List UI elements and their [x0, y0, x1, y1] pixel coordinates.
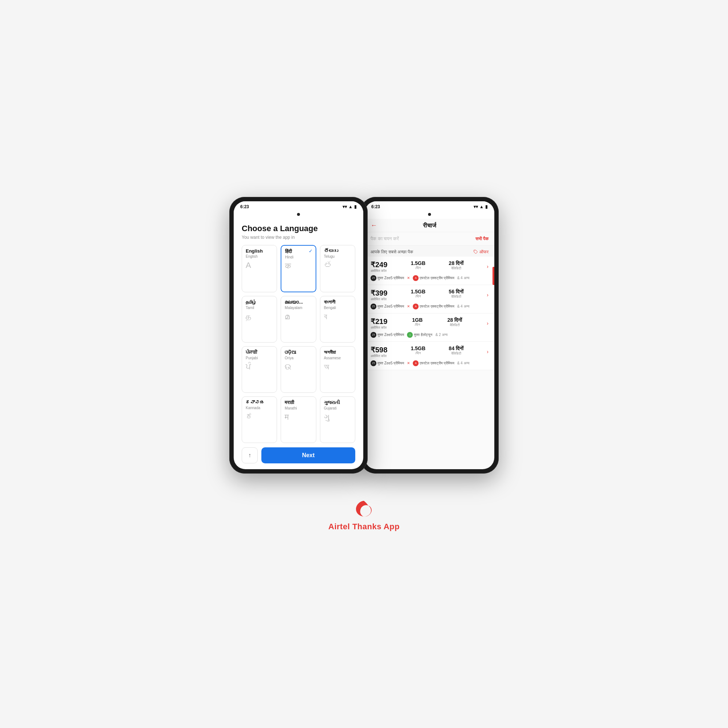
pack-validity-val-1: 56 दिनों — [449, 289, 463, 295]
pack-price-0: ₹249 — [370, 260, 387, 269]
lang-glyph-8: অ — [324, 362, 351, 372]
lang-english-8: Assamese — [324, 356, 351, 360]
pack-arrow-2: › — [487, 320, 488, 326]
pack-top-2: ₹219 असीमित कॉल 1GB /दिन 28 दिनों वैलिडि… — [370, 317, 488, 330]
lang-native-3: தமிழ் — [246, 299, 273, 305]
lang-card-telugu[interactable]: తెలుగుTeluguత — [320, 245, 355, 292]
search-placeholder: पैक का चयन करें — [370, 236, 399, 242]
lang-glyph-2: త — [324, 261, 351, 270]
pack-benefits-0: Z5 मुफ्त Zee5 प्रीमियम ✕ A एयरटेल एक्सट्… — [370, 275, 488, 281]
pack-card-2[interactable]: ₹219 असीमित कॉल 1GB /दिन 28 दिनों वैलिडि… — [365, 314, 494, 342]
brand-name: Airtel Thanks App — [328, 522, 400, 531]
pack-benefits-2: Z5 मुफ्त Zee5 प्रीमियम ♫ मुफ्त हैलोट्यून… — [370, 332, 488, 338]
lang-english-11: Gujarati — [324, 406, 351, 410]
lang-glyph-7: ଉ — [284, 362, 312, 372]
lang-card-gujarati[interactable]: ગુજરાતીGujaratiગુ — [320, 396, 355, 443]
pack-price-1: ₹399 — [370, 289, 387, 297]
pack-price-sub-0: असीमित कॉल — [370, 269, 387, 273]
lang-card-oriya[interactable]: ଓଡ଼ିଆOriyaଉ — [281, 346, 316, 393]
benefit-zee5-0: Z5 मुफ्त Zee5 प्रीमियम — [370, 275, 404, 281]
pack-price-sub-1: असीमित कॉल — [370, 297, 387, 301]
pack-card-1[interactable]: ₹399 असीमित कॉल 1.5GB /दिन 56 दिनों वैलि… — [365, 285, 494, 314]
lang-english-2: Telugu — [324, 254, 351, 258]
lang-glyph-0: A — [246, 261, 273, 270]
lang-card-tamil[interactable]: தமிழ்Tamilத — [242, 296, 277, 343]
lang-card-bengali[interactable]: বাংলালীBengaliব — [320, 296, 355, 343]
pack-benefits-3: Z5 मुफ्त Zee5 प्रीमियम ✕ A एयरटेल एक्सट्… — [370, 360, 488, 366]
lang-glyph-6: ਪੰ — [246, 362, 273, 372]
benefit2-dot-3: A — [413, 360, 419, 366]
zee5-dot-2: Z5 — [370, 332, 376, 338]
pack-price-2: ₹219 — [370, 317, 387, 326]
pack-arrow-3: › — [487, 349, 488, 355]
phones-container: 6:23 ▾▾ ▲ ▮ Choose a Language You want t… — [229, 197, 499, 474]
search-bar[interactable]: पैक का चयन करें सभी पैक — [365, 232, 494, 246]
red-tab — [492, 267, 494, 285]
lang-title: Choose a Language — [242, 224, 355, 233]
pack-validity-val-3: 84 दिनों — [449, 346, 463, 352]
pack-card-0[interactable]: ₹249 असीमित कॉल 1.5GB /दिन 28 दिनों वैलि… — [365, 257, 494, 285]
pack-data-sub-0: /दिन — [411, 266, 425, 270]
recharge-title: रीचार्ज — [423, 222, 436, 229]
lang-glyph-5: ব — [324, 312, 351, 321]
left-phone-screen: 6:23 ▾▾ ▲ ▮ Choose a Language You want t… — [234, 201, 363, 469]
lang-bottom: ↑ Next — [242, 447, 355, 463]
lang-glyph-10: म — [284, 412, 312, 422]
all-packs-link[interactable]: सभी पैक — [476, 236, 488, 241]
left-phone: 6:23 ▾▾ ▲ ▮ Choose a Language You want t… — [229, 197, 368, 474]
pack-card-3[interactable]: ₹598 असीमित कॉल 1.5GB /दिन 84 दिनों वैलि… — [365, 342, 494, 370]
lang-english-0: English — [246, 254, 273, 258]
lang-native-8: অসমীয়া — [324, 349, 351, 355]
lang-card-malayalam[interactable]: മലയാ...Malayalamമ — [281, 296, 316, 343]
benefit2-1: A एयरटेल एक्सट्रीम प्रीमियम — [413, 304, 454, 309]
zee5-label-3: मुफ्त Zee5 प्रीमियम — [378, 361, 404, 366]
cross-icon-0: ✕ — [407, 276, 410, 280]
lang-card-english[interactable]: EnglishEnglishA — [242, 245, 277, 292]
lang-card-punjabi[interactable]: ਪੰਜਾਬੀPunjabiਪੰ — [242, 346, 277, 393]
lang-chooser: Choose a Language You want to view the a… — [234, 219, 363, 469]
best-pack-label: आपके लिए सबसे अच्छा पैक — [370, 249, 413, 254]
signal-icon-right: ▲ — [479, 204, 484, 209]
up-button[interactable]: ↑ — [242, 447, 258, 463]
lang-card-assamese[interactable]: অসমীয়াAssameseঅ — [320, 346, 355, 393]
pack-validity-col-3: 84 दिनों वैलिडिटी — [449, 346, 463, 356]
benefit2-dot-0: A — [413, 275, 419, 281]
right-status-icons: ▾▾ ▲ ▮ — [474, 204, 488, 209]
benefit-zee5-2: Z5 मुफ्त Zee5 प्रीमियम — [370, 332, 404, 338]
lang-english-9: Kannada — [246, 406, 273, 410]
battery-icon-right: ▮ — [485, 204, 488, 209]
lang-card-marathi[interactable]: मराठीMarathiम — [281, 396, 316, 443]
left-time: 6:23 — [240, 204, 249, 209]
wifi-icon: ▾▾ — [343, 204, 347, 209]
pack-data-col-3: 1.5GB /दिन — [411, 346, 425, 355]
lang-card-kannada[interactable]: ಕನ್ನಡKannadaಕ — [242, 396, 277, 443]
pack-price-col-2: ₹219 असीमित कॉल — [370, 317, 387, 330]
pack-data-col-0: 1.5GB /दिन — [411, 260, 425, 270]
lang-english-6: Punjabi — [246, 356, 273, 360]
lang-native-7: ଓଡ଼ିଆ — [284, 349, 312, 355]
and-more-2: & 2 अन्य — [435, 333, 448, 337]
benefit2-3: A एयरटेल एक्सट्रीम प्रीमियम — [413, 360, 454, 366]
benefit2-label-2: मुफ्त हैलोट्यून — [414, 333, 433, 337]
lang-native-6: ਪੰਜਾਬੀ — [246, 349, 273, 355]
pack-data-val-3: 1.5GB — [411, 346, 425, 351]
lang-english-1: Hindi — [285, 255, 312, 259]
pack-validity-sub-3: वैलिडिटी — [449, 352, 463, 356]
benefit-zee5-3: Z5 मुफ्त Zee5 प्रीमियम — [370, 360, 404, 366]
pack-price-col-1: ₹399 असीमित कॉल — [370, 289, 387, 301]
next-button[interactable]: Next — [262, 447, 355, 463]
back-arrow[interactable]: ← — [370, 222, 377, 229]
pack-cards-container: ₹249 असीमित कॉल 1.5GB /दिन 28 दिनों वैलि… — [365, 257, 494, 370]
lang-native-9: ಕನ್ನಡ — [246, 400, 273, 405]
lang-card-hindi[interactable]: ✓हिंदीHindiक — [281, 245, 316, 292]
airtel-logo — [353, 499, 375, 519]
packs-list: आपके लिए सबसे अच्छा पैक ऑफर ₹249 असीमित … — [365, 246, 494, 469]
left-status-bar: 6:23 ▾▾ ▲ ▮ — [234, 201, 363, 211]
right-phone: 6:23 ▾▾ ▲ ▮ ← रीचार्ज पैक का चयन करें स — [360, 197, 499, 474]
lang-english-10: Marathi — [284, 406, 312, 410]
and-more-3: & 4 अन्य — [457, 361, 470, 366]
pack-data-val-2: 1GB — [412, 317, 423, 323]
pack-data-sub-1: /दिन — [411, 294, 425, 298]
zee5-label-1: मुफ्त Zee5 प्रीमियम — [378, 304, 404, 309]
lang-glyph-3: த — [246, 312, 273, 321]
